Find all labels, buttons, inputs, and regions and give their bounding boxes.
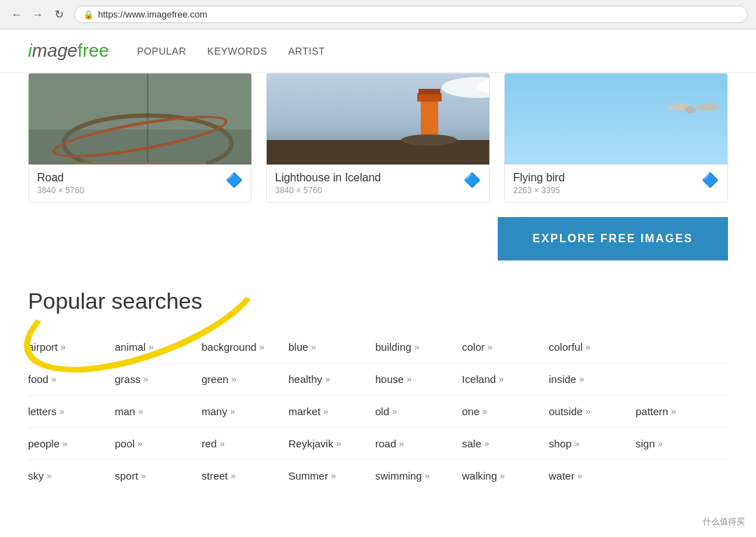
tag-street-chevron: » (231, 470, 236, 481)
tag-swimming[interactable]: swimming» (375, 467, 445, 484)
tag-sport[interactable]: sport» (115, 467, 185, 484)
logo-free-text: free (78, 40, 109, 61)
svg-point-13 (685, 106, 696, 113)
tag-water[interactable]: water» (549, 467, 619, 484)
svg-point-11 (401, 134, 457, 146)
tag-building-chevron: » (414, 342, 419, 352)
tag-food[interactable]: food» (28, 370, 98, 388)
tag-swimming-chevron: » (425, 470, 430, 481)
lighthouse-dims: 3840 × 5760 (275, 186, 381, 195)
road-card-info: Road 3840 × 5760 🔷 (29, 165, 251, 202)
explore-section: EXPLORE FREE IMAGES (0, 203, 756, 281)
tag-colorful-chevron: » (585, 342, 590, 352)
bird-title: Flying bird (513, 172, 565, 184)
tag-color[interactable]: color» (462, 338, 532, 356)
tag-blue-chevron: » (311, 342, 316, 352)
tag-man-chevron: » (138, 406, 143, 417)
popular-section-title: Popular searches (28, 288, 202, 314)
bird-image (505, 74, 727, 165)
tag-many[interactable]: many» (202, 403, 272, 420)
refresh-button[interactable]: ↻ (50, 6, 67, 23)
tags-row-3: letters» man» many» market» old» one» ou… (28, 396, 728, 428)
tag-healthy[interactable]: healthy» (288, 370, 358, 388)
tag-street[interactable]: street» (202, 467, 272, 484)
tag-reykjavik[interactable]: Reykjavik» (288, 435, 358, 452)
gallery-card-lighthouse: Lighthouse in Iceland 3840 × 5760 🔷 (266, 73, 490, 203)
address-bar[interactable]: 🔒 https://www.imagefree.com (74, 6, 748, 23)
tag-red-chevron: » (220, 438, 225, 449)
tag-sale[interactable]: sale» (462, 435, 532, 452)
back-button[interactable]: ← (8, 6, 25, 23)
browser-chrome: ← → ↻ 🔒 https://www.imagefree.com (0, 0, 756, 29)
tag-house-chevron: » (407, 374, 412, 384)
tag-background-chevron: » (259, 342, 264, 352)
tag-background[interactable]: background» (202, 338, 272, 356)
lighthouse-image (267, 74, 489, 165)
tag-old[interactable]: old» (375, 403, 445, 420)
tag-pattern[interactable]: pattern» (636, 403, 706, 420)
tag-summer[interactable]: Summer» (288, 467, 358, 484)
tag-road[interactable]: road» (375, 435, 445, 452)
tag-healthy-chevron: » (325, 374, 330, 384)
bird-svg (505, 74, 727, 165)
tag-iceland[interactable]: Iceland» (462, 370, 532, 388)
tag-one[interactable]: one» (462, 403, 532, 420)
tag-reykjavik-chevron: » (336, 438, 341, 449)
tag-airport[interactable]: airport» (28, 338, 98, 356)
nav-menu: POPULAR KEYWORDS ARTIST (137, 46, 326, 57)
tags-row-1: airport» animal» background» blue» build… (28, 331, 728, 363)
lighthouse-svg (267, 74, 489, 165)
road-dims: 3840 × 5760 (37, 186, 84, 195)
explore-button[interactable]: EXPLORE FREE IMAGES (498, 217, 728, 260)
nav-popular[interactable]: POPULAR (137, 46, 186, 57)
browser-nav: ← → ↻ (8, 6, 67, 23)
tag-letters[interactable]: letters» (28, 403, 98, 420)
tag-summer-chevron: » (331, 470, 336, 481)
tag-walking[interactable]: walking» (462, 467, 532, 484)
tag-pool-chevron: » (137, 438, 142, 449)
tag-building[interactable]: building» (375, 338, 445, 356)
tag-food-chevron: » (51, 374, 56, 384)
bird-card-info: Flying bird 2263 × 3395 🔷 (505, 165, 727, 202)
tag-grass[interactable]: grass» (115, 370, 185, 388)
tag-sky[interactable]: sky» (28, 467, 98, 484)
tag-market[interactable]: market» (288, 403, 358, 420)
bird-download-icon[interactable]: 🔷 (701, 172, 719, 188)
logo[interactable]: imagefree (28, 40, 109, 62)
lock-icon: 🔒 (83, 10, 94, 20)
svg-rect-9 (419, 89, 440, 95)
road-title: Road (37, 172, 84, 184)
lighthouse-download-icon[interactable]: 🔷 (463, 172, 481, 188)
tag-outside[interactable]: outside» (549, 403, 619, 420)
tag-market-chevron: » (323, 406, 328, 417)
forward-button[interactable]: → (29, 6, 46, 23)
page: imagefree POPULAR KEYWORDS ARTIST (0, 29, 756, 512)
tag-color-chevron: » (488, 342, 493, 352)
tag-water-chevron: » (578, 470, 582, 481)
nav-keywords[interactable]: KEYWORDS (207, 46, 267, 57)
tag-people-chevron: » (62, 438, 67, 449)
tag-animal-chevron: » (148, 342, 153, 352)
tag-sign[interactable]: sign» (636, 435, 706, 452)
tag-colorful[interactable]: colorful» (549, 338, 619, 356)
tag-road-chevron: » (399, 438, 404, 449)
tag-house[interactable]: house» (375, 370, 445, 388)
tag-shop[interactable]: shop» (549, 435, 619, 452)
tag-man[interactable]: man» (115, 403, 185, 420)
tag-red[interactable]: red» (202, 435, 272, 452)
gallery-card-road: Road 3840 × 5760 🔷 (28, 73, 252, 203)
tag-inside-chevron: » (579, 374, 584, 384)
tag-walking-chevron: » (500, 470, 505, 481)
tag-animal[interactable]: animal» (115, 338, 185, 356)
tag-green[interactable]: green» (202, 370, 272, 388)
tag-inside[interactable]: inside» (549, 370, 619, 388)
tag-pool[interactable]: pool» (115, 435, 185, 452)
tag-letters-chevron: » (59, 406, 64, 417)
bird-dims: 2263 × 3395 (513, 186, 565, 195)
nav-artist[interactable]: ARTIST (288, 46, 326, 57)
tag-blue[interactable]: blue» (288, 338, 358, 356)
tag-grass-chevron: » (144, 374, 148, 384)
road-download-icon[interactable]: 🔷 (225, 172, 243, 188)
tag-outside-chevron: » (585, 406, 590, 417)
tag-people[interactable]: people» (28, 435, 98, 452)
